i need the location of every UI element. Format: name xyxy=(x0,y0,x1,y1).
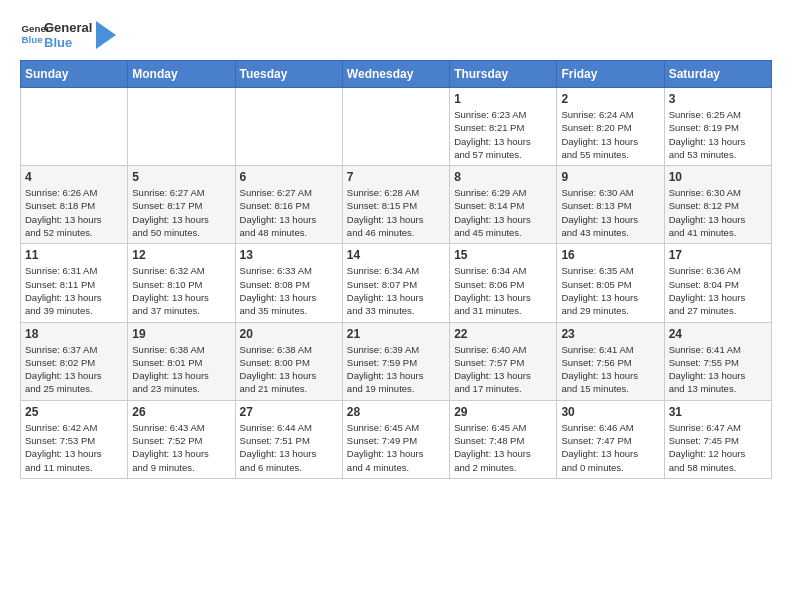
day-info: Sunrise: 6:41 AM Sunset: 7:56 PM Dayligh… xyxy=(561,343,659,396)
day-info: Sunrise: 6:25 AM Sunset: 8:19 PM Dayligh… xyxy=(669,108,767,161)
svg-marker-3 xyxy=(96,21,116,49)
calendar-table: SundayMondayTuesdayWednesdayThursdayFrid… xyxy=(20,60,772,479)
page-header: General Blue General Blue xyxy=(20,20,772,50)
weekday-header-friday: Friday xyxy=(557,61,664,88)
day-number: 10 xyxy=(669,170,767,184)
calendar-day-cell: 5Sunrise: 6:27 AM Sunset: 8:17 PM Daylig… xyxy=(128,166,235,244)
calendar-day-cell: 23Sunrise: 6:41 AM Sunset: 7:56 PM Dayli… xyxy=(557,322,664,400)
calendar-day-cell: 17Sunrise: 6:36 AM Sunset: 8:04 PM Dayli… xyxy=(664,244,771,322)
calendar-day-cell: 9Sunrise: 6:30 AM Sunset: 8:13 PM Daylig… xyxy=(557,166,664,244)
day-info: Sunrise: 6:38 AM Sunset: 8:01 PM Dayligh… xyxy=(132,343,230,396)
calendar-day-cell: 30Sunrise: 6:46 AM Sunset: 7:47 PM Dayli… xyxy=(557,400,664,478)
day-number: 20 xyxy=(240,327,338,341)
calendar-day-cell: 15Sunrise: 6:34 AM Sunset: 8:06 PM Dayli… xyxy=(450,244,557,322)
calendar-day-cell: 28Sunrise: 6:45 AM Sunset: 7:49 PM Dayli… xyxy=(342,400,449,478)
day-info: Sunrise: 6:27 AM Sunset: 8:16 PM Dayligh… xyxy=(240,186,338,239)
day-info: Sunrise: 6:44 AM Sunset: 7:51 PM Dayligh… xyxy=(240,421,338,474)
day-info: Sunrise: 6:43 AM Sunset: 7:52 PM Dayligh… xyxy=(132,421,230,474)
day-number: 2 xyxy=(561,92,659,106)
calendar-day-cell: 6Sunrise: 6:27 AM Sunset: 8:16 PM Daylig… xyxy=(235,166,342,244)
day-number: 7 xyxy=(347,170,445,184)
logo: General Blue General Blue xyxy=(20,20,116,50)
day-number: 4 xyxy=(25,170,123,184)
day-info: Sunrise: 6:34 AM Sunset: 8:06 PM Dayligh… xyxy=(454,264,552,317)
calendar-day-cell: 7Sunrise: 6:28 AM Sunset: 8:15 PM Daylig… xyxy=(342,166,449,244)
day-number: 11 xyxy=(25,248,123,262)
day-number: 8 xyxy=(454,170,552,184)
day-number: 13 xyxy=(240,248,338,262)
calendar-day-cell: 27Sunrise: 6:44 AM Sunset: 7:51 PM Dayli… xyxy=(235,400,342,478)
calendar-day-cell xyxy=(342,88,449,166)
calendar-day-cell: 11Sunrise: 6:31 AM Sunset: 8:11 PM Dayli… xyxy=(21,244,128,322)
day-number: 24 xyxy=(669,327,767,341)
calendar-week-row: 25Sunrise: 6:42 AM Sunset: 7:53 PM Dayli… xyxy=(21,400,772,478)
svg-text:Blue: Blue xyxy=(22,34,44,45)
calendar-day-cell: 31Sunrise: 6:47 AM Sunset: 7:45 PM Dayli… xyxy=(664,400,771,478)
calendar-day-cell: 3Sunrise: 6:25 AM Sunset: 8:19 PM Daylig… xyxy=(664,88,771,166)
day-number: 30 xyxy=(561,405,659,419)
logo-arrow-icon xyxy=(96,21,116,49)
calendar-day-cell: 24Sunrise: 6:41 AM Sunset: 7:55 PM Dayli… xyxy=(664,322,771,400)
day-info: Sunrise: 6:46 AM Sunset: 7:47 PM Dayligh… xyxy=(561,421,659,474)
calendar-header-row: SundayMondayTuesdayWednesdayThursdayFrid… xyxy=(21,61,772,88)
day-info: Sunrise: 6:33 AM Sunset: 8:08 PM Dayligh… xyxy=(240,264,338,317)
calendar-day-cell: 12Sunrise: 6:32 AM Sunset: 8:10 PM Dayli… xyxy=(128,244,235,322)
day-number: 5 xyxy=(132,170,230,184)
calendar-week-row: 11Sunrise: 6:31 AM Sunset: 8:11 PM Dayli… xyxy=(21,244,772,322)
day-info: Sunrise: 6:30 AM Sunset: 8:12 PM Dayligh… xyxy=(669,186,767,239)
day-info: Sunrise: 6:23 AM Sunset: 8:21 PM Dayligh… xyxy=(454,108,552,161)
day-info: Sunrise: 6:45 AM Sunset: 7:48 PM Dayligh… xyxy=(454,421,552,474)
day-info: Sunrise: 6:37 AM Sunset: 8:02 PM Dayligh… xyxy=(25,343,123,396)
day-number: 26 xyxy=(132,405,230,419)
calendar-day-cell: 8Sunrise: 6:29 AM Sunset: 8:14 PM Daylig… xyxy=(450,166,557,244)
day-number: 16 xyxy=(561,248,659,262)
calendar-day-cell: 20Sunrise: 6:38 AM Sunset: 8:00 PM Dayli… xyxy=(235,322,342,400)
day-info: Sunrise: 6:34 AM Sunset: 8:07 PM Dayligh… xyxy=(347,264,445,317)
weekday-header-thursday: Thursday xyxy=(450,61,557,88)
day-number: 29 xyxy=(454,405,552,419)
day-number: 14 xyxy=(347,248,445,262)
day-number: 25 xyxy=(25,405,123,419)
calendar-day-cell: 26Sunrise: 6:43 AM Sunset: 7:52 PM Dayli… xyxy=(128,400,235,478)
calendar-week-row: 1Sunrise: 6:23 AM Sunset: 8:21 PM Daylig… xyxy=(21,88,772,166)
logo-general: General xyxy=(44,20,92,35)
day-info: Sunrise: 6:26 AM Sunset: 8:18 PM Dayligh… xyxy=(25,186,123,239)
weekday-header-monday: Monday xyxy=(128,61,235,88)
day-number: 9 xyxy=(561,170,659,184)
day-info: Sunrise: 6:28 AM Sunset: 8:15 PM Dayligh… xyxy=(347,186,445,239)
day-info: Sunrise: 6:47 AM Sunset: 7:45 PM Dayligh… xyxy=(669,421,767,474)
day-info: Sunrise: 6:41 AM Sunset: 7:55 PM Dayligh… xyxy=(669,343,767,396)
day-number: 28 xyxy=(347,405,445,419)
day-number: 22 xyxy=(454,327,552,341)
day-info: Sunrise: 6:38 AM Sunset: 8:00 PM Dayligh… xyxy=(240,343,338,396)
day-info: Sunrise: 6:24 AM Sunset: 8:20 PM Dayligh… xyxy=(561,108,659,161)
calendar-day-cell xyxy=(128,88,235,166)
day-number: 19 xyxy=(132,327,230,341)
day-info: Sunrise: 6:32 AM Sunset: 8:10 PM Dayligh… xyxy=(132,264,230,317)
weekday-header-sunday: Sunday xyxy=(21,61,128,88)
calendar-day-cell xyxy=(235,88,342,166)
day-number: 27 xyxy=(240,405,338,419)
calendar-day-cell: 13Sunrise: 6:33 AM Sunset: 8:08 PM Dayli… xyxy=(235,244,342,322)
weekday-header-tuesday: Tuesday xyxy=(235,61,342,88)
calendar-day-cell: 29Sunrise: 6:45 AM Sunset: 7:48 PM Dayli… xyxy=(450,400,557,478)
calendar-week-row: 4Sunrise: 6:26 AM Sunset: 8:18 PM Daylig… xyxy=(21,166,772,244)
calendar-day-cell: 19Sunrise: 6:38 AM Sunset: 8:01 PM Dayli… xyxy=(128,322,235,400)
day-number: 23 xyxy=(561,327,659,341)
day-number: 17 xyxy=(669,248,767,262)
day-info: Sunrise: 6:31 AM Sunset: 8:11 PM Dayligh… xyxy=(25,264,123,317)
logo-blue: Blue xyxy=(44,35,92,50)
calendar-day-cell: 22Sunrise: 6:40 AM Sunset: 7:57 PM Dayli… xyxy=(450,322,557,400)
calendar-day-cell: 21Sunrise: 6:39 AM Sunset: 7:59 PM Dayli… xyxy=(342,322,449,400)
day-info: Sunrise: 6:29 AM Sunset: 8:14 PM Dayligh… xyxy=(454,186,552,239)
weekday-header-wednesday: Wednesday xyxy=(342,61,449,88)
day-info: Sunrise: 6:30 AM Sunset: 8:13 PM Dayligh… xyxy=(561,186,659,239)
calendar-day-cell: 1Sunrise: 6:23 AM Sunset: 8:21 PM Daylig… xyxy=(450,88,557,166)
day-number: 1 xyxy=(454,92,552,106)
day-info: Sunrise: 6:42 AM Sunset: 7:53 PM Dayligh… xyxy=(25,421,123,474)
day-number: 6 xyxy=(240,170,338,184)
calendar-day-cell xyxy=(21,88,128,166)
day-number: 12 xyxy=(132,248,230,262)
calendar-day-cell: 4Sunrise: 6:26 AM Sunset: 8:18 PM Daylig… xyxy=(21,166,128,244)
day-number: 3 xyxy=(669,92,767,106)
